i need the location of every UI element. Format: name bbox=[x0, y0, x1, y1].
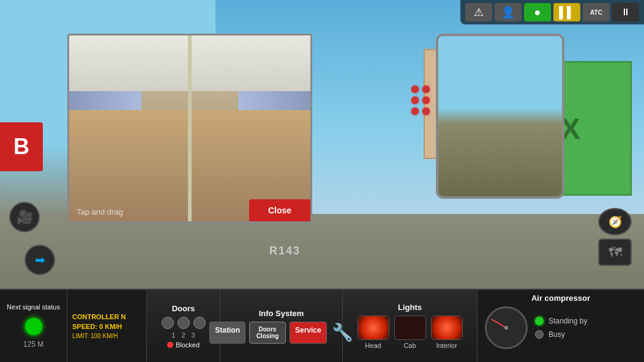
standing-by-label: Standing by bbox=[549, 317, 587, 325]
camera-button[interactable]: 🎥 bbox=[9, 202, 40, 232]
busy-label: Busy bbox=[549, 330, 565, 339]
blocked-row: Blocked bbox=[167, 341, 200, 349]
camera-overlay: Tap and drag Close bbox=[67, 34, 312, 223]
interior-light-button[interactable] bbox=[431, 316, 463, 340]
hud-bar: Next signal status 125 M CONTROLLER N SP… bbox=[0, 289, 644, 362]
train-id: R143 bbox=[269, 245, 301, 257]
cab-dot-2 bbox=[422, 86, 430, 93]
cab-dot-1 bbox=[411, 86, 419, 93]
right-monitor bbox=[436, 34, 564, 199]
door-indicators bbox=[162, 317, 206, 329]
cab-light-item: Cab bbox=[394, 316, 426, 349]
pressure-gauge bbox=[485, 306, 528, 349]
door-indicator-1 bbox=[162, 317, 174, 329]
warning-button[interactable]: ⚠ bbox=[465, 3, 492, 21]
blocked-dot bbox=[167, 342, 173, 348]
station-button[interactable]: Station bbox=[209, 322, 245, 344]
standing-by-dot bbox=[535, 317, 544, 325]
busy-dot bbox=[535, 330, 544, 339]
doors-closing-button[interactable]: Doors Closing bbox=[249, 322, 286, 344]
compressor-title: Air compressor bbox=[485, 294, 637, 303]
battery-button[interactable]: ▌▌ bbox=[553, 3, 580, 21]
limit-label: LIMIT: 100 KM/H bbox=[72, 333, 141, 339]
signal-distance: 125 M bbox=[23, 340, 43, 349]
close-button[interactable]: Close bbox=[249, 199, 310, 221]
map-button[interactable]: 🗺 bbox=[598, 238, 632, 266]
speed-label: SPEED: 0 KM/H bbox=[72, 323, 141, 330]
cab-dot-3 bbox=[411, 97, 419, 104]
info-system-title: Info System bbox=[259, 309, 304, 318]
b-button[interactable]: B bbox=[0, 122, 43, 171]
cab-light-label: Cab bbox=[403, 342, 416, 349]
pause-button[interactable]: ⏸ bbox=[612, 3, 639, 21]
person-button[interactable]: 👤 bbox=[495, 3, 522, 21]
camera-frame bbox=[69, 35, 310, 221]
record-button[interactable]: ● bbox=[524, 3, 551, 21]
standing-by-item: Standing by bbox=[535, 317, 587, 325]
atc-button[interactable]: ATC bbox=[583, 3, 610, 21]
cab-light-button[interactable] bbox=[394, 316, 426, 340]
doors-title: Doors bbox=[172, 304, 195, 313]
door-indicator-2 bbox=[178, 317, 190, 329]
game-viewport: ⚠ 👤 ● ▌▌ ATC ⏸ Tap and drag Close B 🎥 ➡ … bbox=[0, 0, 644, 362]
compressor-status-items: Standing by Busy bbox=[535, 317, 587, 339]
service-button[interactable]: Service bbox=[290, 322, 327, 344]
busy-item: Busy bbox=[535, 330, 587, 339]
signal-light bbox=[25, 318, 42, 335]
head-light-button[interactable] bbox=[358, 316, 389, 340]
info-buttons-row: Station Doors Closing Service 🔧 bbox=[209, 322, 353, 344]
head-light-item: Head bbox=[358, 316, 389, 349]
gauge-center bbox=[504, 326, 508, 330]
signal-status-panel: Next signal status 125 M bbox=[0, 290, 67, 362]
compressor-content: Standing by Busy bbox=[485, 306, 637, 349]
nav-button[interactable]: ➡ bbox=[24, 245, 55, 275]
cab-dot-4 bbox=[422, 97, 430, 104]
door-indicator-3 bbox=[193, 317, 206, 329]
cab-dot-6 bbox=[422, 108, 430, 115]
interior-poles bbox=[188, 35, 192, 221]
lights-title: Lights bbox=[398, 303, 422, 312]
controller-panel: CONTROLLER N SPEED: 0 KM/H LIMIT: 100 KM… bbox=[67, 290, 147, 362]
blocked-label: Blocked bbox=[176, 341, 200, 349]
camera-hint: Tap and drag bbox=[77, 207, 123, 216]
cab-dot-5 bbox=[411, 108, 419, 115]
lights-row: Head Cab Interior bbox=[358, 316, 463, 349]
info-system-panel: Info System Station Doors Closing Servic… bbox=[220, 290, 343, 362]
interior-light-label: Interior bbox=[436, 342, 457, 349]
controller-label: CONTROLLER N bbox=[72, 313, 141, 320]
interior-light-item: Interior bbox=[431, 316, 463, 349]
air-compressor-panel: Air compressor Standing by Busy bbox=[477, 290, 644, 362]
cab-indicator-dots bbox=[411, 86, 430, 115]
signal-status-title: Next signal status bbox=[7, 303, 60, 311]
head-light-label: Head bbox=[365, 342, 381, 349]
lights-panel: Lights Head Cab Interior bbox=[343, 290, 477, 362]
compass-button[interactable]: 🧭 bbox=[598, 208, 632, 235]
info-buttons: Station Doors Closing Service bbox=[209, 322, 326, 344]
top-hud: ⚠ 👤 ● ▌▌ ATC ⏸ bbox=[460, 0, 644, 24]
right-monitor-inner bbox=[438, 36, 562, 196]
door-numbers: 1 2 3 bbox=[171, 331, 195, 339]
